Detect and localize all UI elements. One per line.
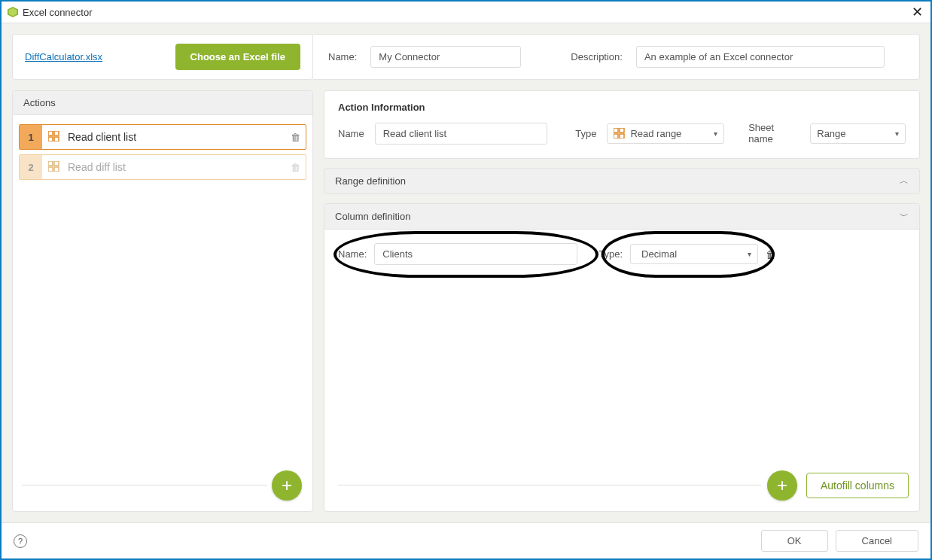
trash-icon[interactable]: 🗑 — [285, 132, 306, 143]
range-definition-label: Range definition — [335, 175, 406, 187]
svg-rect-9 — [54, 167, 59, 172]
detail-panel: Action Information Name Type Read range … — [324, 90, 920, 512]
sheet-name-value: Range — [817, 128, 845, 139]
add-action-button[interactable]: + — [272, 470, 302, 501]
svg-rect-7 — [54, 161, 59, 166]
svg-rect-13 — [620, 134, 624, 138]
range-definition-header[interactable]: Range definition ︿ — [324, 168, 920, 194]
action-item[interactable]: 2 Read diff list 🗑 — [19, 154, 306, 180]
action-name-label: Name — [338, 128, 364, 139]
action-number: 1 — [20, 125, 42, 149]
column-type-select[interactable]: Decimal ▾ — [630, 244, 758, 264]
divider — [22, 485, 267, 485]
svg-rect-5 — [54, 137, 59, 142]
chevron-down-icon: ▾ — [895, 129, 899, 138]
window-title: Excel connector — [23, 7, 93, 18]
svg-rect-3 — [54, 131, 59, 135]
column-type-value: Decimal — [637, 248, 677, 260]
column-definition-header[interactable]: Column definition ﹀ — [324, 204, 919, 230]
add-column-button[interactable]: + — [767, 470, 797, 501]
titlebar: Excel connector ✕ — [2, 2, 930, 23]
svg-rect-2 — [48, 131, 53, 135]
action-info-card: Action Information Name Type Read range … — [324, 90, 920, 159]
connector-desc-input[interactable] — [636, 46, 885, 68]
trash-icon[interactable]: 🗑 — [285, 162, 306, 173]
column-name-input[interactable] — [374, 243, 577, 265]
window: Excel connector ✕ DiffCalculator.xlsx Ch… — [0, 0, 932, 560]
chevron-down-icon: ▾ — [714, 129, 717, 138]
chevron-up-icon: ︿ — [900, 175, 909, 187]
action-item[interactable]: 1 Read client list 🗑 — [19, 124, 306, 150]
name-desc-box: Name: Description: — [313, 34, 920, 80]
svg-rect-10 — [614, 128, 618, 132]
help-icon[interactable]: ? — [14, 534, 27, 548]
column-type-label: Type: — [598, 248, 623, 260]
action-label: Read client list — [62, 131, 285, 143]
action-type-label: Type — [575, 128, 596, 139]
svg-rect-4 — [48, 137, 53, 142]
read-range-icon — [48, 161, 62, 174]
svg-rect-11 — [620, 128, 624, 132]
chevron-down-icon: ﹀ — [900, 210, 909, 223]
column-definition-card: Column definition ﹀ Name: Type: Decimal … — [324, 203, 920, 512]
divider — [338, 485, 761, 485]
file-box: DiffCalculator.xlsx Choose an Excel file — [12, 34, 313, 80]
read-range-icon — [48, 131, 62, 144]
svg-rect-6 — [48, 161, 53, 166]
actions-header: Actions — [13, 91, 312, 115]
column-row: Name: Type: Decimal ▾ 🗑 — [338, 243, 906, 265]
sheet-name-label: Sheet name — [748, 122, 800, 145]
sheet-name-select[interactable]: Range ▾ — [810, 123, 906, 144]
action-type-select[interactable]: Read range ▾ — [607, 123, 724, 144]
actions-panel: Actions 1 Read client list 🗑 2 — [12, 90, 313, 512]
actions-list: 1 Read client list 🗑 2 Read diff list — [13, 115, 312, 511]
ok-button[interactable]: OK — [761, 530, 828, 552]
main-row: Actions 1 Read client list 🗑 2 — [12, 90, 920, 512]
svg-rect-8 — [48, 167, 53, 172]
body: DiffCalculator.xlsx Choose an Excel file… — [2, 23, 930, 522]
cancel-button[interactable]: Cancel — [836, 530, 918, 552]
top-row: DiffCalculator.xlsx Choose an Excel file… — [12, 34, 920, 80]
column-name-label: Name: — [338, 248, 367, 260]
chevron-down-icon: ▾ — [748, 250, 751, 258]
autofill-columns-button[interactable]: Autofill columns — [806, 473, 909, 498]
connector-name-input[interactable] — [370, 46, 521, 68]
action-label: Read diff list — [62, 161, 285, 173]
svg-rect-12 — [614, 134, 618, 138]
action-name-input[interactable] — [375, 123, 547, 145]
choose-file-button[interactable]: Choose an Excel file — [175, 44, 300, 70]
app-icon — [8, 7, 18, 17]
close-button[interactable]: ✕ — [909, 4, 924, 20]
connector-name-label: Name: — [328, 51, 357, 62]
connector-desc-label: Description: — [571, 51, 623, 62]
trash-icon[interactable]: 🗑 — [766, 248, 776, 260]
action-info-title: Action Information — [338, 102, 906, 113]
column-definition-label: Column definition — [335, 211, 410, 222]
column-definition-body: Name: Type: Decimal ▾ 🗑 — [324, 230, 919, 511]
action-number: 2 — [20, 155, 42, 179]
file-link[interactable]: DiffCalculator.xlsx — [25, 51, 102, 62]
footer: ? OK Cancel — [2, 522, 930, 558]
read-range-icon — [614, 128, 626, 138]
action-type-value: Read range — [630, 128, 681, 139]
